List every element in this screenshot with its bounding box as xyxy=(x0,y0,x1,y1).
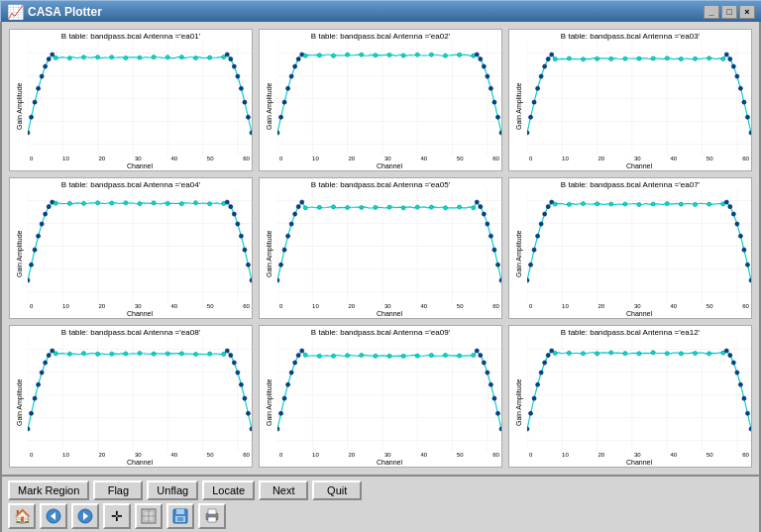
svg-point-340 xyxy=(527,427,529,431)
svg-point-99 xyxy=(543,64,547,68)
svg-point-180 xyxy=(289,222,293,226)
quit-button[interactable]: Quit xyxy=(312,480,362,500)
svg-point-185 xyxy=(317,205,321,209)
minimize-button[interactable]: _ xyxy=(704,5,719,19)
svg-rect-383 xyxy=(208,517,216,522)
maximize-button[interactable]: □ xyxy=(721,5,737,19)
svg-point-56 xyxy=(286,86,290,90)
svg-point-266 xyxy=(54,352,57,356)
svg-point-285 xyxy=(246,411,250,415)
locate-button[interactable]: Locate xyxy=(202,480,255,500)
unflag-button[interactable]: Unflag xyxy=(147,480,198,500)
svg-point-179 xyxy=(286,234,290,238)
svg-point-352 xyxy=(609,351,613,355)
svg-point-182 xyxy=(296,205,300,209)
svg-point-146 xyxy=(96,201,100,205)
svg-point-310 xyxy=(346,353,350,357)
svg-point-66 xyxy=(374,53,378,56)
svg-point-358 xyxy=(693,351,697,355)
plot-6: B table: bandpass.bcal Antenna ='ea07'Ga… xyxy=(508,177,752,320)
svg-point-244 xyxy=(745,263,749,266)
zoom-select-icon-button[interactable] xyxy=(135,503,163,529)
svg-point-13 xyxy=(30,115,34,119)
forward-icon-button[interactable] xyxy=(71,503,99,529)
svg-point-344 xyxy=(539,371,543,374)
svg-point-276 xyxy=(193,352,197,356)
svg-point-315 xyxy=(415,354,419,358)
print-icon-button[interactable] xyxy=(198,503,226,529)
mark-region-button[interactable]: Mark Region xyxy=(8,480,89,500)
svg-point-270 xyxy=(110,352,114,356)
svg-point-317 xyxy=(443,353,447,357)
x-axis-label-5: Channel xyxy=(277,309,501,318)
x-axis-label-2: Channel xyxy=(277,161,501,170)
svg-point-309 xyxy=(331,354,335,358)
svg-point-113 xyxy=(707,55,711,59)
y-axis-label-6: Gain Amplitude xyxy=(509,189,527,318)
svg-point-54 xyxy=(279,115,283,119)
flag-button[interactable]: Flag xyxy=(93,480,143,500)
svg-point-192 xyxy=(415,205,419,209)
x-axis-label-1: Channel xyxy=(28,161,252,170)
pan-icon-button[interactable]: ✛ xyxy=(103,503,131,529)
svg-point-324 xyxy=(489,382,492,386)
svg-point-326 xyxy=(495,411,499,415)
svg-point-102 xyxy=(553,56,557,60)
svg-point-365 xyxy=(738,382,742,386)
svg-point-230 xyxy=(623,202,627,206)
svg-point-241 xyxy=(735,222,739,226)
svg-rect-382 xyxy=(208,509,216,514)
svg-point-359 xyxy=(707,352,711,356)
svg-rect-378 xyxy=(176,509,184,514)
svg-point-32 xyxy=(222,54,226,58)
svg-point-300 xyxy=(279,411,283,415)
svg-point-154 xyxy=(208,202,212,206)
svg-point-268 xyxy=(81,351,85,355)
svg-point-188 xyxy=(360,206,364,210)
svg-point-323 xyxy=(486,371,489,374)
svg-point-262 xyxy=(40,371,44,374)
svg-point-368 xyxy=(749,427,751,431)
svg-point-222 xyxy=(543,212,547,216)
svg-point-103 xyxy=(567,56,571,60)
svg-point-104 xyxy=(581,56,585,60)
svg-point-194 xyxy=(443,206,447,210)
plot-2: B table: bandpass.bcal Antenna ='ea02'Ga… xyxy=(259,29,502,171)
chart-svg-9 xyxy=(527,338,751,452)
plot-title-1: B table: bandpass.bcal Antenna ='ea01' xyxy=(10,30,252,42)
svg-point-259 xyxy=(30,411,34,415)
svg-point-235 xyxy=(693,203,697,207)
svg-point-236 xyxy=(707,202,711,206)
save-icon-button[interactable] xyxy=(166,503,194,529)
svg-point-319 xyxy=(472,353,476,357)
svg-point-152 xyxy=(179,202,183,206)
action-button-row: Mark Region Flag Unflag Locate Next Quit xyxy=(8,480,753,500)
x-axis-label-9: Channel xyxy=(527,458,751,467)
y-axis-label-9: Gain Amplitude xyxy=(509,338,527,467)
svg-point-350 xyxy=(581,352,585,356)
plot-area: B table: bandpass.bcal Antenna ='ea01'Ga… xyxy=(2,22,759,475)
svg-point-149 xyxy=(138,202,142,206)
svg-point-348 xyxy=(553,351,557,355)
svg-point-35 xyxy=(232,64,236,68)
svg-point-312 xyxy=(374,354,378,358)
close-button[interactable]: × xyxy=(739,5,755,19)
svg-point-106 xyxy=(609,56,613,60)
svg-point-316 xyxy=(429,353,433,357)
svg-point-303 xyxy=(289,371,293,374)
back-icon-button[interactable] xyxy=(40,503,67,529)
svg-point-265 xyxy=(51,349,54,353)
svg-point-100 xyxy=(546,56,550,60)
svg-point-75 xyxy=(479,56,483,60)
svg-point-109 xyxy=(651,56,655,60)
home-icon-button[interactable]: 🏠 xyxy=(8,503,36,529)
next-button[interactable]: Next xyxy=(259,480,308,500)
svg-point-238 xyxy=(724,200,728,204)
svg-point-267 xyxy=(67,352,71,356)
svg-point-21 xyxy=(67,55,71,59)
svg-point-343 xyxy=(536,382,540,386)
svg-point-144 xyxy=(67,202,71,206)
svg-point-28 xyxy=(165,54,169,58)
svg-point-231 xyxy=(637,203,641,207)
svg-point-318 xyxy=(458,354,462,358)
